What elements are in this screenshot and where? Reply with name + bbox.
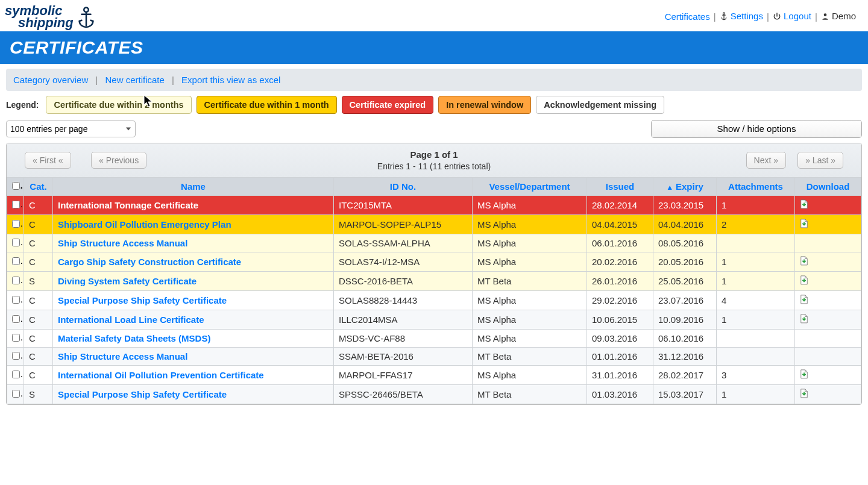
cell-cat: C: [24, 310, 53, 330]
link-new-certificate[interactable]: New certificate: [105, 75, 164, 85]
cell-expiry: 06.10.2016: [653, 330, 717, 348]
cell-id: SOLAS-SSAM-ALPHA: [334, 234, 473, 252]
select-all-checkbox[interactable]: [12, 182, 20, 190]
cell-issued: 29.02.2016: [587, 291, 653, 310]
cell-expiry: 10.09.2016: [653, 310, 717, 330]
col-name[interactable]: Name: [53, 178, 334, 196]
pager-first-button[interactable]: « First «: [25, 152, 71, 169]
cell-download: [795, 348, 861, 366]
certificate-name-link[interactable]: Special Purpose Ship Safety Certificate: [58, 389, 227, 399]
certificate-name-link[interactable]: Special Purpose Ship Safety Certificate: [58, 295, 227, 305]
certificate-name-link[interactable]: Ship Structure Access Manual: [58, 351, 187, 361]
certificate-name-link[interactable]: Cargo Ship Safety Construction Certifica…: [58, 257, 241, 267]
cell-id: ITC2015MTA: [334, 196, 473, 215]
col-id[interactable]: ID No.: [334, 178, 473, 196]
cell-download: [795, 234, 861, 252]
download-icon[interactable]: [800, 369, 808, 379]
pager-prev-button[interactable]: « Previous: [91, 152, 146, 169]
show-hide-options-button[interactable]: Show / hide options: [651, 120, 862, 138]
svg-point-7: [823, 14, 826, 17]
certificate-name-link[interactable]: Ship Structure Access Manual: [58, 238, 187, 248]
certificate-name-link[interactable]: International Load Line Certificate: [58, 314, 204, 325]
col-expiry[interactable]: Expiry: [653, 178, 717, 196]
cell-id: MARPOL-FFAS17: [334, 366, 473, 385]
certificate-name-link[interactable]: International Oil Pollution Prevention C…: [58, 370, 264, 380]
cell-download[interactable]: [795, 252, 861, 272]
cell-vessel: MS Alpha: [473, 291, 587, 310]
col-select-all[interactable]: [7, 178, 24, 196]
cell-expiry: 31.12.2016: [653, 348, 717, 366]
row-select-checkbox[interactable]: [12, 257, 20, 265]
download-icon[interactable]: [800, 314, 808, 324]
certificate-name-link[interactable]: Diving System Safety Certificate: [58, 276, 197, 286]
row-select-checkbox[interactable]: [12, 334, 20, 342]
cell-download[interactable]: [795, 272, 861, 291]
cell-expiry: 15.03.2017: [653, 385, 717, 404]
page-title: CERTIFICATES: [0, 31, 868, 64]
cell-vessel: MS Alpha: [473, 215, 587, 234]
col-cat[interactable]: Cat.: [24, 178, 53, 196]
topnav-settings[interactable]: Settings: [731, 11, 763, 21]
link-export-excel[interactable]: Export this view as excel: [181, 75, 280, 85]
cell-id: ILLC2014MSA: [334, 310, 473, 330]
cell-download[interactable]: [795, 366, 861, 385]
row-select-checkbox[interactable]: [12, 390, 20, 398]
download-icon[interactable]: [800, 389, 808, 398]
cell-expiry: 25.05.2016: [653, 272, 717, 291]
row-select-checkbox[interactable]: [12, 239, 20, 246]
table-row: CCargo Ship Safety Construction Certific…: [7, 252, 861, 272]
row-select-checkbox[interactable]: [12, 352, 20, 360]
user-icon: [821, 12, 829, 22]
table-row: CInternational Oil Pollution Prevention …: [7, 366, 861, 385]
cell-issued: 01.01.2016: [587, 348, 653, 366]
cell-issued: 31.01.2016: [587, 366, 653, 385]
download-icon[interactable]: [800, 219, 808, 228]
cell-download[interactable]: [795, 196, 861, 215]
cell-id: MARPOL-SOPEP-ALP15: [334, 215, 473, 234]
row-select-checkbox[interactable]: [12, 277, 20, 284]
cell-id: SOLAS74-I/12-MSA: [334, 252, 473, 272]
legend-due-2-months: Certificate due within 2 months: [46, 96, 191, 114]
pager-next-button[interactable]: Next »: [746, 152, 786, 169]
table-row: SDiving System Safety CertificateDSSC-20…: [7, 272, 861, 291]
cell-expiry: 20.05.2016: [653, 252, 717, 272]
cell-vessel: MS Alpha: [473, 196, 587, 215]
download-icon[interactable]: [800, 275, 808, 285]
row-select-checkbox[interactable]: [12, 201, 20, 208]
cell-download[interactable]: [795, 385, 861, 404]
link-category-overview[interactable]: Category overview: [13, 75, 88, 85]
cell-cat: S: [24, 272, 53, 291]
table-row: CShip Structure Access ManualSOLAS-SSAM-…: [7, 234, 861, 252]
cell-attachments: [717, 348, 795, 366]
col-vessel[interactable]: Vessel/Department: [473, 178, 587, 196]
cell-download: [795, 330, 861, 348]
cell-vessel: MS Alpha: [473, 366, 587, 385]
certificate-name-link[interactable]: International Tonnage Certificate: [58, 200, 198, 210]
topnav-logout[interactable]: Logout: [784, 11, 811, 21]
pager-last-button[interactable]: » Last »: [797, 152, 843, 169]
legend-label: Legend:: [6, 100, 39, 110]
cell-vessel: MS Alpha: [473, 310, 587, 330]
certificate-name-link[interactable]: Shipboard Oil Pollution Emergency Plan: [58, 219, 231, 230]
cell-download[interactable]: [795, 215, 861, 234]
topnav-certificates[interactable]: Certificates: [665, 11, 710, 22]
cell-attachments: 1: [717, 252, 795, 272]
col-attachments[interactable]: Attachments: [717, 178, 795, 196]
table-row: CSpecial Purpose Ship Safety Certificate…: [7, 291, 861, 310]
download-icon[interactable]: [800, 295, 808, 304]
row-select-checkbox[interactable]: [12, 371, 20, 378]
row-select-checkbox[interactable]: [12, 315, 20, 323]
download-icon[interactable]: [800, 199, 808, 209]
cell-issued: 28.02.2014: [587, 196, 653, 215]
topnav-user: Demo: [832, 11, 856, 21]
row-select-checkbox[interactable]: [12, 220, 20, 228]
cell-attachments: 2: [717, 215, 795, 234]
row-select-checkbox[interactable]: [12, 296, 20, 304]
download-icon[interactable]: [800, 256, 808, 266]
col-download[interactable]: Download: [795, 178, 861, 196]
entries-per-page-select[interactable]: 100 entries per page: [6, 120, 136, 137]
cell-download[interactable]: [795, 291, 861, 310]
cell-download[interactable]: [795, 310, 861, 330]
col-issued[interactable]: Issued: [587, 178, 653, 196]
certificate-name-link[interactable]: Material Safety Data Sheets (MSDS): [58, 333, 210, 343]
